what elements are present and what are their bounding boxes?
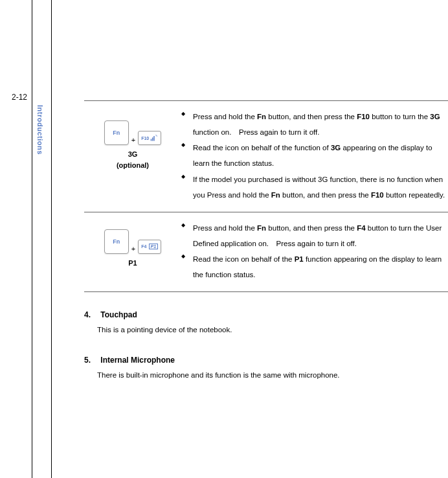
- chapter-label: Introductions: [36, 105, 44, 155]
- section-number: 5.: [84, 353, 98, 368]
- key-combo-3g: Fn + F10 3G (optional): [84, 109, 181, 170]
- svg-rect-1: [152, 137, 153, 141]
- content-area: Fn + F10 3G (optional) Press and hold: [84, 100, 448, 383]
- key-combo-p1: Fn + F4 P1 P1: [84, 220, 181, 269]
- bullet-item: Read the icon on behalf of the P1 functi…: [181, 251, 448, 282]
- svg-rect-0: [151, 139, 152, 141]
- margin-line-inner: [51, 0, 52, 478]
- bullet-list-p1: Press and hold the Fn button, and then p…: [181, 220, 448, 283]
- f4-key-icon: F4 P1: [138, 240, 161, 254]
- fn-key-icon: Fn: [104, 229, 129, 254]
- f10-key-icon: F10: [138, 131, 161, 145]
- section-body: This is a pointing device of the noteboo…: [84, 323, 448, 337]
- bullet-item: Press and hold the Fn button, and then p…: [181, 220, 448, 251]
- section-touchpad: 4. Touchpad This is a pointing device of…: [84, 308, 448, 337]
- divider: [84, 291, 448, 292]
- svg-rect-2: [154, 136, 155, 141]
- page-number: 2-12: [12, 93, 27, 102]
- function-row-p1: Fn + F4 P1 P1 Press and hold the Fn butt…: [84, 212, 448, 292]
- bullet-list-3g: Press and hold the Fn button, and then p…: [181, 109, 448, 203]
- caption-optional: (optional): [117, 161, 149, 169]
- function-row-3g: Fn + F10 3G (optional) Press and hold: [84, 101, 448, 212]
- fn-key-icon: Fn: [104, 120, 129, 145]
- plus-symbol: +: [130, 136, 137, 145]
- plus-symbol: +: [130, 245, 137, 254]
- section-title: Touchpad: [100, 310, 137, 319]
- bullet-item: Read the icon on behalf of the function …: [181, 140, 448, 171]
- section-number: 4.: [84, 308, 98, 323]
- caption-p1: P1: [128, 259, 137, 267]
- section-body: There is built-in microphone and its fun…: [84, 368, 448, 383]
- section-microphone: 5. Internal Microphone There is built-in…: [84, 353, 448, 383]
- signal-icon: [150, 134, 158, 142]
- caption-3g: 3G: [128, 150, 138, 158]
- bullet-item: If the model you purchased is without 3G…: [181, 172, 448, 203]
- bullet-item: Press and hold the Fn button, and then p…: [181, 109, 448, 140]
- section-title: Internal Microphone: [100, 356, 175, 365]
- margin-line-outer: [32, 0, 32, 478]
